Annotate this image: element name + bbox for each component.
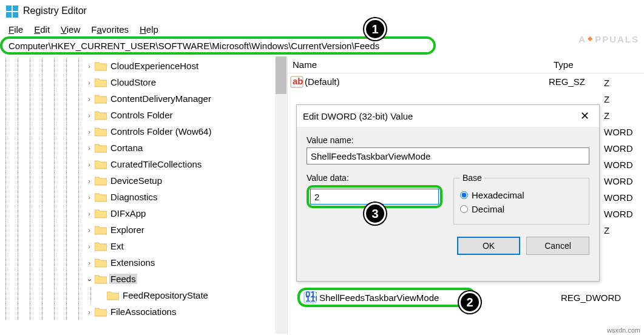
folder-icon xyxy=(95,143,107,153)
menu-favorites[interactable]: Favorites xyxy=(86,23,134,36)
tree-item-label: Controls Folder xyxy=(109,110,174,120)
folder-icon xyxy=(95,159,107,169)
chevron-right-icon[interactable]: › xyxy=(85,63,93,70)
tree-item-label: Explorer xyxy=(109,225,146,235)
chevron-right-icon[interactable]: › xyxy=(85,79,93,86)
chevron-right-icon[interactable]: › xyxy=(85,226,93,234)
tree-item[interactable]: ›ContentDeliveryManager xyxy=(0,90,287,107)
list-row[interactable]: Z xyxy=(604,222,642,239)
list-header: Name Type xyxy=(288,56,644,73)
list-row[interactable]: WORD xyxy=(604,189,642,206)
list-row[interactable]: WORD xyxy=(604,140,642,157)
value-name: ShellFeedsTaskbarViewMode xyxy=(319,293,439,303)
chevron-right-icon[interactable]: › xyxy=(85,161,93,168)
chevron-right-icon[interactable]: › xyxy=(85,177,93,184)
tree-item-label: CloudStore xyxy=(109,77,157,87)
tree-item[interactable]: ⌄Feeds xyxy=(0,271,287,287)
folder-icon xyxy=(95,257,107,268)
edit-dword-dialog: Edit DWORD (32-bit) Value ✕ Value name: … xyxy=(296,104,600,282)
chevron-right-icon[interactable]: › xyxy=(85,194,93,201)
folder-icon xyxy=(95,61,107,71)
scrollbar-thumb[interactable] xyxy=(276,56,286,94)
chevron-right-icon[interactable]: › xyxy=(85,243,93,250)
folder-icon xyxy=(95,241,107,251)
radio-hex-input[interactable] xyxy=(460,191,468,199)
list-row[interactable]: WORD xyxy=(604,124,642,140)
tree-item-label: DeviceSetup xyxy=(109,175,163,186)
folder-icon xyxy=(95,110,107,120)
menu-file[interactable]: File xyxy=(4,23,28,36)
folder-icon xyxy=(95,175,107,186)
chevron-right-icon[interactable]: › xyxy=(85,259,93,266)
chevron-right-icon[interactable]: › xyxy=(85,112,93,119)
value-name-field[interactable] xyxy=(307,147,589,164)
menu-bar: File Edit View Favorites Help xyxy=(0,22,644,36)
window-title: Registry Editor xyxy=(23,5,87,16)
tree-item[interactable]: ›Extensions xyxy=(0,254,287,271)
ok-button[interactable]: OK xyxy=(457,237,520,255)
tree-item-label: CloudExperienceHost xyxy=(109,61,200,71)
list-row[interactable]: WORD xyxy=(604,173,642,189)
list-row[interactable]: Z xyxy=(604,107,642,124)
folder-icon xyxy=(95,306,107,317)
tree-item[interactable]: ›Controls Folder xyxy=(0,107,287,123)
dialog-title: Edit DWORD (32-bit) Value xyxy=(303,111,413,121)
chevron-down-icon[interactable]: ⌄ xyxy=(85,275,93,283)
chevron-right-icon[interactable]: › xyxy=(85,144,93,152)
tree-item[interactable]: ›DIFxApp xyxy=(0,205,287,222)
list-row[interactable]: Z xyxy=(604,91,642,107)
tree-item[interactable]: ›Controls Folder (Wow64) xyxy=(0,123,287,140)
menu-help[interactable]: Help xyxy=(135,23,163,36)
col-type[interactable]: Type xyxy=(549,57,644,72)
tree-pane: ›CloudExperienceHost›CloudStore›ContentD… xyxy=(0,56,288,334)
tree-item-label: Cortana xyxy=(109,143,144,153)
list-row-default[interactable]: (Default) REG_SZ xyxy=(288,73,644,90)
value-type: REG_DWORD xyxy=(561,293,621,303)
address-input[interactable] xyxy=(8,41,427,51)
tree-item[interactable]: ›DeviceSetup xyxy=(0,172,287,189)
list-row-shellfeeds[interactable]: ShellFeedsTaskbarViewMode xyxy=(297,288,476,307)
list-row[interactable]: Z xyxy=(604,75,642,91)
value-name-label: Value name: xyxy=(307,135,589,145)
dword-value-icon xyxy=(303,291,317,303)
cancel-button[interactable]: Cancel xyxy=(526,237,589,255)
regedit-icon xyxy=(5,4,19,18)
tree-item[interactable]: ›Ext xyxy=(0,238,287,254)
col-name[interactable]: Name xyxy=(288,57,549,72)
tree-item-label: DIFxApp xyxy=(109,208,147,218)
tree-item[interactable]: ›CloudStore xyxy=(0,74,287,90)
folder-icon xyxy=(95,93,107,104)
tree-item[interactable]: ›CloudExperienceHost xyxy=(0,58,287,74)
tree-item[interactable]: ›FileAssociations xyxy=(0,303,287,320)
folder-icon xyxy=(95,192,107,202)
menu-edit[interactable]: Edit xyxy=(29,23,55,36)
tree-item-label: Feeds xyxy=(109,274,137,284)
folder-icon xyxy=(95,126,107,137)
list-row[interactable]: WORD xyxy=(604,206,642,222)
tree-item[interactable]: ›Diagnostics xyxy=(0,189,287,205)
folder-icon xyxy=(95,208,107,218)
tree-scrollbar[interactable] xyxy=(275,56,287,334)
tree-item[interactable]: ›Cortana xyxy=(0,140,287,156)
tree-item-label: FileAssociations xyxy=(109,306,177,317)
tree-item[interactable]: ›Explorer xyxy=(0,222,287,238)
dialog-close-button[interactable]: ✕ xyxy=(577,108,593,124)
chevron-right-icon[interactable]: › xyxy=(85,128,93,135)
tree-item[interactable]: ›CuratedTileCollections xyxy=(0,156,287,172)
tree-item-label: Controls Folder (Wow64) xyxy=(109,126,212,137)
step-badge-1: 1 xyxy=(364,18,386,40)
value-name: (Default) xyxy=(305,76,549,87)
radio-dec[interactable]: Decimal xyxy=(460,204,583,214)
folder-icon xyxy=(95,77,107,87)
list-row[interactable]: WORD xyxy=(604,157,642,173)
tree-item[interactable]: FeedRepositoryState xyxy=(0,287,287,303)
menu-view[interactable]: View xyxy=(56,23,85,36)
chevron-right-icon[interactable]: › xyxy=(85,95,93,103)
folder-icon xyxy=(95,274,107,284)
tree-item-label: Extensions xyxy=(109,257,156,268)
radio-dec-input[interactable] xyxy=(460,205,468,213)
radio-hex[interactable]: Hexadecimal xyxy=(460,190,583,200)
chevron-right-icon[interactable]: › xyxy=(85,210,93,217)
chevron-right-icon[interactable]: › xyxy=(85,308,93,316)
value-data-label: Value data: xyxy=(307,173,440,183)
